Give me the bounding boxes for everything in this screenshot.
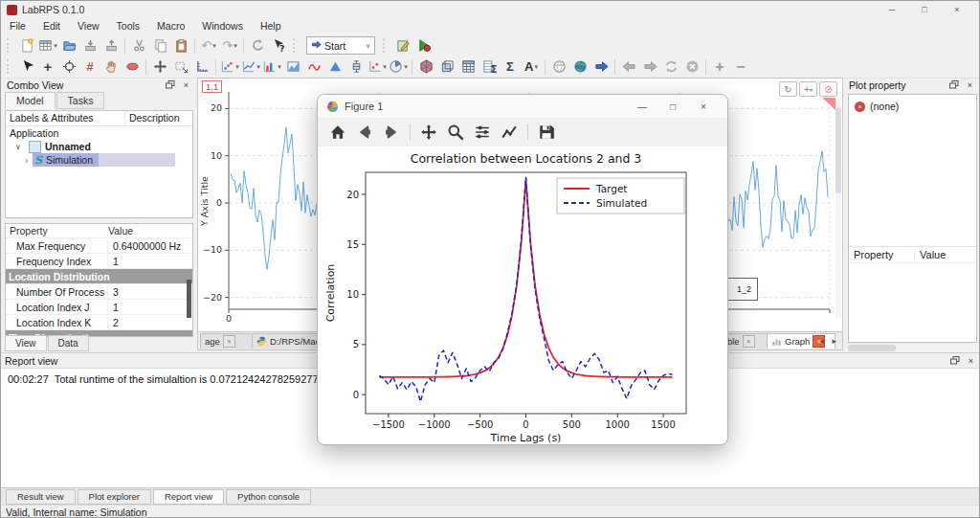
menu-view[interactable]: View xyxy=(69,18,108,34)
cut-button[interactable] xyxy=(129,36,148,55)
area-chart-button[interactable] xyxy=(283,57,302,76)
dropdown-arrow-icon[interactable]: ▾ xyxy=(534,63,538,71)
close-panel-button[interactable]: × xyxy=(964,79,976,90)
sigma-button[interactable]: Σ xyxy=(501,57,520,76)
triangle-area-button[interactable] xyxy=(325,57,345,76)
figure-close-button[interactable]: × xyxy=(688,101,719,112)
tab-view[interactable]: View xyxy=(5,335,47,351)
fig-back-button[interactable] xyxy=(352,121,377,144)
zoom-region-button[interactable] xyxy=(171,57,190,76)
dropdown-arrow-icon[interactable]: ▾ xyxy=(54,42,57,50)
tree-item-workbench[interactable]: ∨ Unnamed xyxy=(6,140,192,153)
tab-close-icon[interactable]: × xyxy=(743,335,755,348)
pan-hand-button[interactable] xyxy=(101,57,121,76)
save-export-button[interactable] xyxy=(101,36,121,55)
box-plot-button[interactable] xyxy=(346,57,366,76)
menu-edit[interactable]: Edit xyxy=(34,18,69,34)
dropdown-arrow-icon[interactable]: ▾ xyxy=(256,63,260,71)
fig-forward-button[interactable] xyxy=(379,121,404,144)
toolbar-handle[interactable] xyxy=(7,38,12,53)
fig-subplots-button[interactable] xyxy=(470,121,495,144)
chevron-collapsed-icon[interactable]: › xyxy=(25,155,33,166)
chevron-expanded-icon[interactable]: ∨ xyxy=(15,143,25,151)
dropdown-arrow-icon[interactable]: ▾ xyxy=(404,63,408,71)
target-button[interactable] xyxy=(59,57,78,76)
line-plot-button[interactable]: ▾ xyxy=(241,57,260,76)
view-tab-report-view[interactable]: Report view xyxy=(153,489,224,505)
text-a-button[interactable]: A▾ xyxy=(522,57,541,76)
bar-chart-button[interactable]: ▾ xyxy=(262,57,281,76)
arrow-blue-button[interactable] xyxy=(591,57,611,76)
dropdown-arrow-icon[interactable]: ▾ xyxy=(235,63,239,71)
dropdown-arrow-icon[interactable]: ▾ xyxy=(383,63,387,71)
view-tab-python-console[interactable]: Python console xyxy=(226,489,311,505)
tree-item-application[interactable]: Application xyxy=(6,126,192,140)
menu-windows[interactable]: Windows xyxy=(193,18,252,34)
fig-home-button[interactable] xyxy=(325,121,350,144)
axes-corner-button[interactable] xyxy=(192,57,212,76)
box-3d-button[interactable] xyxy=(437,57,457,76)
sum-sheet-button[interactable]: Σ xyxy=(479,57,499,76)
tab-close-icon[interactable]: × xyxy=(223,335,235,348)
globe-button[interactable] xyxy=(570,57,590,76)
add-plus-button[interactable]: + xyxy=(38,57,57,76)
scatter-plot-button[interactable]: ▾ xyxy=(220,57,239,76)
float-panel-button[interactable] xyxy=(947,79,960,90)
fig-zoom-button[interactable] xyxy=(443,121,468,144)
refresh-button[interactable] xyxy=(248,36,267,55)
window-maximize-button[interactable]: □ xyxy=(908,2,941,17)
disable-button[interactable]: ⊘ xyxy=(819,81,837,97)
table-view-button[interactable]: ▾ xyxy=(38,36,57,55)
redo-button[interactable]: ↷▾ xyxy=(220,36,239,55)
zoom-in-button[interactable]: + xyxy=(710,57,729,76)
plot-list-item-none[interactable]: × (none) xyxy=(849,95,976,118)
figure-maximize-button[interactable]: □ xyxy=(657,101,688,112)
figure-canvas[interactable]: Correlation between Locations 2 and 3−15… xyxy=(318,146,727,444)
tab-data[interactable]: Data xyxy=(48,335,89,351)
close-panel-button[interactable]: × xyxy=(180,79,192,90)
macro-edit-button[interactable] xyxy=(393,36,412,55)
save-import-button[interactable] xyxy=(80,36,100,55)
file-new-button[interactable] xyxy=(17,36,36,55)
property-row-number-of-process[interactable]: Number Of Process3 xyxy=(6,283,192,299)
ellipse-button[interactable] xyxy=(122,57,142,76)
toolbar-handle[interactable] xyxy=(293,38,299,53)
whats-this-button[interactable]: ? xyxy=(269,36,288,55)
tree-item-simulation[interactable]: › SSimulation xyxy=(6,153,192,167)
spreadsheet-button[interactable] xyxy=(458,57,478,76)
menu-tools[interactable]: Tools xyxy=(108,18,149,34)
nav-forward-button[interactable] xyxy=(640,57,659,76)
mdi-tab-age[interactable]: age× xyxy=(200,333,259,349)
menu-help[interactable]: Help xyxy=(252,18,290,34)
horizontal-scrollbar[interactable] xyxy=(848,345,977,351)
property-row-max-frequency[interactable]: Max Frequency0.64000000 Hz xyxy=(6,237,192,253)
dot-plot-button[interactable]: ▾ xyxy=(368,57,387,76)
fig-save-button[interactable] xyxy=(534,121,559,144)
menu-macro[interactable]: Macro xyxy=(148,18,193,34)
select-arrow-button[interactable] xyxy=(17,57,36,76)
dropdown-arrow-icon[interactable]: ▾ xyxy=(212,42,216,50)
pie-chart-button[interactable]: ▾ xyxy=(389,57,408,76)
sphere-white-button[interactable] xyxy=(549,57,568,76)
dropdown-arrow-icon[interactable]: ▾ xyxy=(234,42,237,50)
zoom-add-button[interactable]: +▾ xyxy=(799,81,817,97)
window-close-button[interactable]: × xyxy=(941,2,973,17)
scrollbar-thumb[interactable] xyxy=(187,280,191,318)
property-row-frequency-index[interactable]: Frequency Index1 xyxy=(6,253,192,268)
curve-plot-button[interactable] xyxy=(304,57,323,76)
nav-back-button[interactable] xyxy=(619,57,638,76)
vertical-scrollbar[interactable] xyxy=(835,98,841,318)
folder-open-button[interactable] xyxy=(59,36,78,55)
nav-stop-button[interactable] xyxy=(682,57,702,76)
fig-customize-button[interactable] xyxy=(497,121,522,144)
nav-refresh-button[interactable] xyxy=(661,57,680,76)
undo-button[interactable]: ↶▾ xyxy=(199,36,218,55)
node-hash-button[interactable]: # xyxy=(80,57,100,76)
polyhedron-3d-button[interactable] xyxy=(416,57,435,76)
tab-scroll-arrows[interactable]: ◂ ▸ xyxy=(819,336,839,346)
copy-button[interactable] xyxy=(150,36,169,55)
rotate-view-button[interactable]: ↻ xyxy=(779,81,797,97)
tab-model[interactable]: Model xyxy=(5,92,56,109)
float-panel-button[interactable] xyxy=(164,79,176,90)
toolbar-handle[interactable] xyxy=(383,38,389,53)
